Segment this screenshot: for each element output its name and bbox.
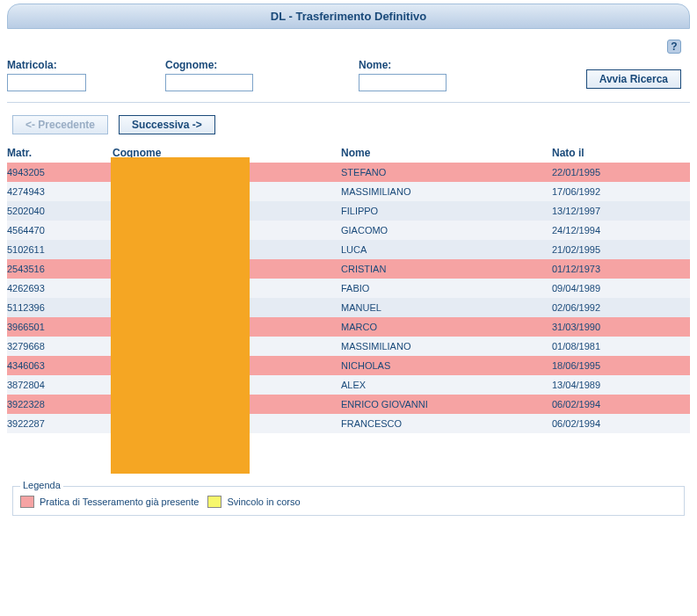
cognome-block: Cognome:	[165, 59, 359, 91]
page-title-bar: DL - Trasferimento Definitivo	[7, 4, 690, 29]
cell-nome: MASSIMILIANO	[341, 182, 552, 201]
cell-nome: ENRICO GIOVANNI	[341, 395, 552, 414]
cell-matr: 5112396	[7, 298, 113, 317]
table-row[interactable]: 3922287FRANCESCO06/02/1994	[7, 414, 690, 433]
avvia-ricerca-button[interactable]: Avvia Ricerca	[586, 69, 681, 89]
separator	[7, 102, 690, 103]
cell-matr: 3922287	[7, 414, 113, 433]
cognome-redaction-mask	[111, 157, 250, 474]
matricola-input[interactable]	[7, 74, 86, 91]
legenda-title: Legenda	[20, 480, 63, 490]
next-page-button[interactable]: Successiva ->	[119, 115, 215, 134]
matricola-label: Matricola:	[7, 59, 165, 71]
table-row[interactable]: 5202040FILIPPO13/12/1997	[7, 201, 690, 221]
cell-nome: STEFANO	[341, 163, 552, 182]
nome-input[interactable]	[359, 74, 447, 91]
cell-nato: 01/12/1973	[552, 259, 690, 279]
cognome-label: Cognome:	[165, 59, 359, 71]
cell-nato: 09/04/1989	[552, 279, 690, 298]
table-row[interactable]: 4346063NICHOLAS18/06/1995	[7, 356, 690, 375]
table-row[interactable]: 4943205STEFANO22/01/1995	[7, 163, 690, 182]
help-icon[interactable]: ?	[667, 40, 681, 54]
grid-body: 4943205STEFANO22/01/19954274943MASSIMILI…	[7, 163, 690, 433]
cell-nato: 18/06/1995	[552, 356, 690, 375]
table-row[interactable]: 5112396MANUEL02/06/1992	[7, 298, 690, 317]
cell-matr: 4346063	[7, 356, 113, 375]
cell-matr: 3966501	[7, 317, 113, 337]
col-header-matr: Matr.	[7, 143, 113, 163]
cell-matr: 4943205	[7, 163, 113, 182]
grid-header: Matr. Cognome Nome Nato il	[7, 143, 690, 163]
cell-nome: NICHOLAS	[341, 356, 552, 375]
swatch-pratica	[20, 496, 34, 508]
cell-nato: 02/06/1992	[552, 298, 690, 317]
cell-nome: CRISTIAN	[341, 259, 552, 279]
cell-matr: 5102611	[7, 240, 113, 259]
cell-nato: 24/12/1994	[552, 221, 690, 240]
matricola-block: Matricola:	[7, 59, 165, 91]
col-header-nato: Nato il	[552, 143, 690, 163]
cell-nato: 31/03/1990	[552, 317, 690, 337]
help-row: ?	[7, 36, 690, 54]
legenda-box: Legenda Pratica di Tesseramento già pres…	[12, 486, 685, 516]
swatch-svincolo	[207, 496, 221, 508]
page-title: DL - Trasferimento Definitivo	[271, 10, 426, 23]
cognome-input[interactable]	[165, 74, 253, 91]
cell-matr: 3922328	[7, 395, 113, 414]
legenda-svincolo-label: Svincolo in corso	[227, 496, 300, 507]
cell-nome: LUCA	[341, 240, 552, 259]
cell-matr: 2543516	[7, 259, 113, 279]
legenda-pratica-label: Pratica di Tesseramento già presente	[40, 496, 199, 507]
search-form: Matricola: Cognome: Nome: Avvia Ricerca	[7, 54, 690, 102]
pagination-row: <- Precedente Successiva ->	[7, 115, 690, 143]
cell-matr: 3279668	[7, 337, 113, 356]
cell-nome: FABIO	[341, 279, 552, 298]
table-row[interactable]: 3966501MARCO31/03/1990	[7, 317, 690, 337]
table-row[interactable]: 4262693FABIO09/04/1989	[7, 279, 690, 298]
cell-nato: 22/01/1995	[552, 163, 690, 182]
cell-nome: MASSIMILIANO	[341, 337, 552, 356]
table-row[interactable]: 3922328ENRICO GIOVANNI06/02/1994	[7, 395, 690, 414]
table-row[interactable]: 4274943MASSIMILIANO17/06/1992	[7, 182, 690, 201]
cell-nato: 01/08/1981	[552, 337, 690, 356]
cell-nome: FILIPPO	[341, 201, 552, 221]
nome-block: Nome:	[359, 59, 526, 91]
cell-nome: ALEX	[341, 375, 552, 395]
cell-nato: 13/12/1997	[552, 201, 690, 221]
nome-label: Nome:	[359, 59, 526, 71]
cell-nome: FRANCESCO	[341, 414, 552, 433]
cell-matr: 4564470	[7, 221, 113, 240]
cell-nome: MARCO	[341, 317, 552, 337]
cell-matr: 3872804	[7, 375, 113, 395]
cell-nato: 21/02/1995	[552, 240, 690, 259]
table-row[interactable]: 3872804ALEX13/04/1989	[7, 375, 690, 395]
prev-page-button: <- Precedente	[12, 115, 108, 134]
legenda-items: Pratica di Tesseramento già presente Svi…	[20, 496, 677, 508]
results-grid: Matr. Cognome Nome Nato il 4943205STEFAN…	[7, 143, 690, 433]
cell-nato: 17/06/1992	[552, 182, 690, 201]
cell-matr: 4262693	[7, 279, 113, 298]
cell-nato: 06/02/1994	[552, 414, 690, 433]
col-header-nome: Nome	[341, 143, 552, 163]
cell-matr: 5202040	[7, 201, 113, 221]
table-row[interactable]: 5102611LUCA21/02/1995	[7, 240, 690, 259]
cell-nome: GIACOMO	[341, 221, 552, 240]
cell-nato: 13/04/1989	[552, 375, 690, 395]
cell-nome: MANUEL	[341, 298, 552, 317]
table-row[interactable]: 4564470GIACOMO24/12/1994	[7, 221, 690, 240]
avvia-block: Avvia Ricerca	[586, 69, 681, 89]
table-row[interactable]: 2543516CRISTIAN01/12/1973	[7, 259, 690, 279]
table-row[interactable]: 3279668MASSIMILIANO01/08/1981	[7, 337, 690, 356]
cell-nato: 06/02/1994	[552, 395, 690, 414]
cell-matr: 4274943	[7, 182, 113, 201]
